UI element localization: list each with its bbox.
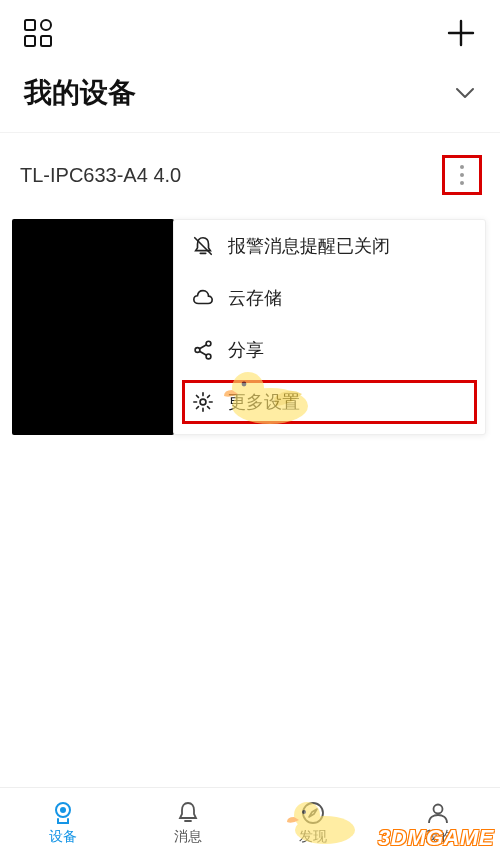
svg-point-13 bbox=[200, 399, 206, 405]
device-more-button[interactable] bbox=[442, 155, 482, 195]
tab-device[interactable]: 设备 bbox=[0, 788, 125, 857]
menu-item-label: 分享 bbox=[228, 338, 264, 362]
gear-icon bbox=[192, 391, 214, 413]
tab-message[interactable]: 消息 bbox=[125, 788, 250, 857]
top-bar bbox=[0, 0, 500, 56]
svg-rect-1 bbox=[41, 20, 51, 30]
svg-point-21 bbox=[433, 804, 442, 813]
tab-label: 设备 bbox=[49, 828, 77, 846]
svg-rect-3 bbox=[41, 36, 51, 46]
device-body: 报警消息提醒已关闭 云存储 bbox=[12, 219, 486, 435]
more-vertical-icon bbox=[460, 165, 464, 185]
menu-item-label: 更多设置 bbox=[228, 390, 300, 414]
menu-item-label: 报警消息提醒已关闭 bbox=[228, 234, 390, 258]
svg-rect-2 bbox=[25, 36, 35, 46]
app-screen: 我的设备 TL-IPC633-A4 4.0 bbox=[0, 0, 500, 857]
menu-item-more-settings[interactable]: 更多设置 bbox=[174, 376, 485, 428]
tab-discover[interactable]: 发现 bbox=[250, 788, 375, 857]
svg-point-20 bbox=[303, 803, 323, 823]
device-card: TL-IPC633-A4 4.0 报警 bbox=[0, 133, 500, 435]
cloud-icon bbox=[192, 287, 214, 309]
chevron-down-icon bbox=[454, 82, 476, 104]
tab-label: 发现 bbox=[299, 828, 327, 846]
svg-point-8 bbox=[195, 348, 200, 353]
add-device-button[interactable] bbox=[446, 18, 476, 48]
svg-point-18 bbox=[60, 807, 66, 813]
menu-item-alarm[interactable]: 报警消息提醒已关闭 bbox=[174, 220, 485, 272]
bell-icon bbox=[175, 800, 201, 826]
section-header[interactable]: 我的设备 bbox=[0, 56, 500, 132]
svg-point-10 bbox=[206, 354, 211, 359]
section-title: 我的设备 bbox=[24, 74, 136, 112]
svg-point-9 bbox=[206, 341, 211, 346]
svg-line-11 bbox=[200, 345, 207, 349]
svg-line-12 bbox=[200, 351, 207, 355]
device-menu: 报警消息提醒已关闭 云存储 bbox=[173, 219, 486, 435]
share-icon bbox=[192, 339, 214, 361]
person-icon bbox=[425, 800, 451, 826]
menu-item-share[interactable]: 分享 bbox=[174, 324, 485, 376]
camera-thumbnail[interactable] bbox=[12, 219, 174, 435]
menu-item-cloud[interactable]: 云存储 bbox=[174, 272, 485, 324]
svg-rect-0 bbox=[25, 20, 35, 30]
highlight-box bbox=[182, 380, 477, 424]
bell-off-icon bbox=[192, 235, 214, 257]
compass-icon bbox=[300, 800, 326, 826]
device-name: TL-IPC633-A4 4.0 bbox=[20, 164, 181, 187]
dashboard-icon[interactable] bbox=[24, 19, 52, 47]
camera-icon bbox=[50, 800, 76, 826]
device-header: TL-IPC633-A4 4.0 bbox=[12, 155, 486, 195]
watermark-text: 3DMGAME bbox=[378, 825, 494, 851]
tab-label: 消息 bbox=[174, 828, 202, 846]
menu-item-label: 云存储 bbox=[228, 286, 282, 310]
